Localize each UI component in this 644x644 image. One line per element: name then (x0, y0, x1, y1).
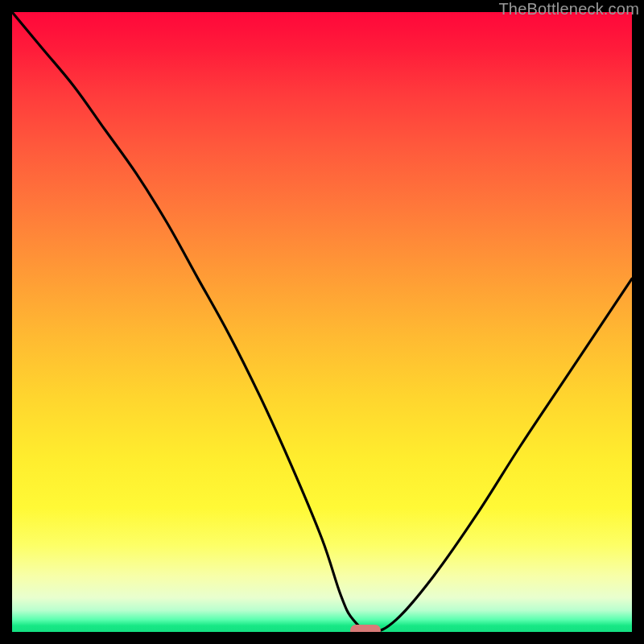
chart-frame: TheBottleneck.com (0, 0, 644, 644)
watermark-label: TheBottleneck.com (498, 0, 639, 19)
bottleneck-curve (12, 12, 632, 632)
plot-area (12, 12, 632, 632)
optimal-point-marker (350, 625, 382, 632)
